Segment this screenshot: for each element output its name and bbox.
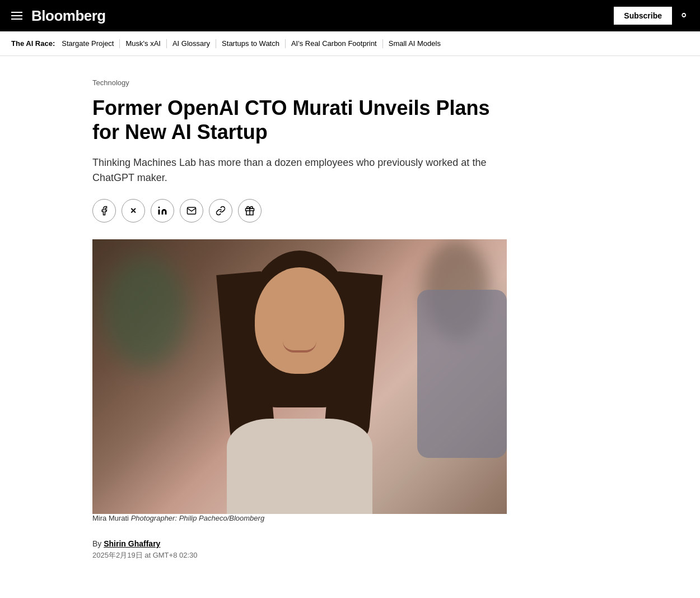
- gift-share-button[interactable]: [238, 199, 262, 222]
- subscribe-button[interactable]: Subscribe: [614, 7, 672, 25]
- user-icon[interactable]: ⚬: [679, 8, 689, 23]
- svg-point-0: [158, 207, 160, 208]
- nav-left: Bloomberg: [11, 7, 106, 25]
- linkedin-share-button[interactable]: [151, 199, 174, 222]
- image-caption: Mira Murati Photographer: Philip Pacheco…: [92, 514, 507, 522]
- link-share-button[interactable]: [209, 199, 232, 222]
- article-date: 2025年2月19日 at GMT+8 02:30: [92, 550, 608, 560]
- article-subtitle: Thinking Machines Lab has more than a do…: [92, 155, 507, 186]
- nav-right: Subscribe ⚬: [614, 7, 689, 25]
- nav-link-musk-xai[interactable]: Musk's xAI: [125, 39, 160, 48]
- facebook-share-button[interactable]: [92, 199, 116, 222]
- article-image: [92, 239, 507, 514]
- hamburger-menu[interactable]: [11, 12, 22, 20]
- article-title: Former OpenAI CTO Murati Unveils Plans f…: [92, 96, 507, 144]
- nav-divider-4: [285, 39, 286, 48]
- nav-link-small-ai[interactable]: Small AI Models: [389, 39, 441, 48]
- article-content: Technology Former OpenAI CTO Murati Unve…: [81, 56, 619, 583]
- ai-race-label: The AI Race:: [11, 39, 55, 48]
- article-category: Technology: [92, 78, 608, 87]
- bloomberg-logo[interactable]: Bloomberg: [31, 7, 106, 25]
- article-author-line: By Shirin Ghaffary: [92, 539, 608, 548]
- top-navigation: Bloomberg Subscribe ⚬: [0, 0, 700, 31]
- author-link[interactable]: Shirin Ghaffary: [104, 539, 160, 548]
- secondary-navigation: The AI Race: Stargate Project Musk's xAI…: [0, 31, 700, 56]
- nav-divider-5: [382, 39, 383, 48]
- nav-divider-1: [119, 39, 120, 48]
- share-buttons-group: ✕: [92, 199, 608, 222]
- caption-photographer: Photographer: Philip Pacheco/Bloomberg: [131, 514, 264, 522]
- email-share-button[interactable]: [180, 199, 203, 222]
- nav-divider-3: [216, 39, 216, 48]
- nav-link-ai-glossary[interactable]: AI Glossary: [172, 39, 210, 48]
- nav-link-startups[interactable]: Startups to Watch: [222, 39, 279, 48]
- article-meta: By Shirin Ghaffary 2025年2月19日 at GMT+8 0…: [92, 539, 608, 560]
- nav-link-stargate[interactable]: Stargate Project: [62, 39, 114, 48]
- article-image-container: Mira Murati Photographer: Philip Pacheco…: [92, 239, 507, 522]
- caption-name: Mira Murati: [92, 514, 129, 522]
- nav-link-carbon[interactable]: AI's Real Carbon Footprint: [291, 39, 377, 48]
- nav-divider-2: [166, 39, 167, 48]
- twitter-share-button[interactable]: ✕: [122, 199, 145, 222]
